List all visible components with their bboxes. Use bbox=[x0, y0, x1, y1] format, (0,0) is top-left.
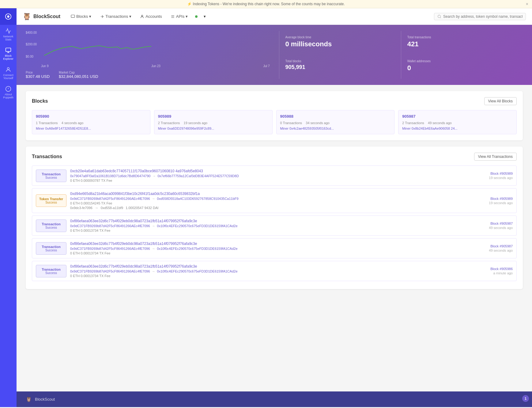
nav-blocks-label: Blocks bbox=[76, 14, 88, 19]
banner-close[interactable]: × bbox=[526, 2, 528, 6]
price-label: Price bbox=[26, 71, 50, 74]
stat-wallet-value: 0 bbox=[407, 64, 517, 72]
block-age-1: 19 seconds ago bbox=[184, 121, 208, 125]
tx-hash-4[interactable]: 0xf86efaea063ee32d6c77b4f029eb0dc98a0723… bbox=[70, 264, 475, 269]
block-miner-addr-0[interactable]: 0xA8e8F14732658E4D51E8... bbox=[45, 127, 91, 130]
chart-x-jul7: Jul 7 bbox=[263, 64, 270, 68]
tx-age-4: a minute ago bbox=[479, 271, 513, 275]
nav-apis-label: APIs bbox=[176, 14, 184, 19]
view-all-blocks-button[interactable]: View All Blocks bbox=[484, 97, 517, 105]
market-cap-box: Market Cap $32,844,080,051 USD bbox=[59, 71, 98, 79]
block-miner-addr-1[interactable]: 0xa6DD29748096e959F2c89... bbox=[167, 127, 214, 130]
tx-type-0: Transaction bbox=[39, 172, 63, 176]
nav-blocks-chevron: ▾ bbox=[89, 14, 91, 19]
tx-to-1[interactable]: 0xd558D5518a4C103D6592767858C910435Ca11b… bbox=[157, 197, 239, 200]
tx-to-3[interactable]: 0x10f0c4EFEc290570c675eFD3D1DE6159fA1CAd… bbox=[157, 247, 238, 250]
tx-fee-3: 0 ETH 0.00013734 TX Fee bbox=[70, 251, 475, 255]
banner-text: ⚡ Indexing Tokens - We're indexing this … bbox=[187, 2, 345, 6]
price-box: Price $307.48 USD bbox=[26, 71, 50, 79]
tx-token-row-1: 0x9dc3-fe7096 → 0xd558-a11bf9 1.00020547… bbox=[70, 206, 475, 210]
stat-total-tx-label: Total transactions bbox=[407, 36, 517, 39]
block-number-0[interactable]: 905990 bbox=[36, 114, 146, 119]
tx-block-num-3[interactable]: Block #905987 bbox=[479, 244, 513, 248]
blockscout-icon: 🦉 bbox=[23, 13, 31, 21]
tx-token-to-1[interactable]: 0xd558-a11bf9 bbox=[101, 206, 123, 210]
footer: 🦉 BlockScout bbox=[17, 391, 532, 407]
sidebar-item-about[interactable]: About Puppeth bbox=[0, 83, 17, 102]
tx-fee-2: 0 ETH 0.00013734 TX Fee bbox=[70, 229, 475, 232]
tx-block-2: Block #905987 49 seconds ago bbox=[479, 222, 513, 230]
tx-to-2[interactable]: 0x10f0c4EFEc290570c675eFD3D1DE6159fA1CAd… bbox=[157, 224, 238, 228]
tx-hash-3[interactable]: 0xf86efaea063ee32d6c77b4f029eb0dc98a0723… bbox=[70, 242, 475, 246]
notification-badge[interactable]: 1 bbox=[522, 395, 529, 402]
block-miner-addr-3[interactable]: 0x8b24Eb4E6aAe906058 24... bbox=[412, 127, 458, 130]
tx-arrow-1: → bbox=[152, 197, 155, 200]
tx-status-box-3: Transaction Success bbox=[36, 242, 66, 255]
table-row: Token Transfer Success 0xd94e665d8a21b46… bbox=[32, 188, 517, 213]
block-number-1[interactable]: 905989 bbox=[158, 114, 269, 119]
chart-y-label-0: $0.00 bbox=[26, 55, 33, 58]
block-number-3[interactable]: 905987 bbox=[402, 114, 513, 119]
search-bar[interactable] bbox=[434, 13, 526, 20]
hero-section: $400.00 $200.00 $0.00 Jun 9 Jun 23 Jul 7… bbox=[17, 25, 532, 85]
sidebar-item-block-explorer-label: Block Explorer bbox=[1, 54, 15, 60]
tx-hash-0[interactable]: 0xcb20e4a6a61dab63edc8c774057111f170a0bc… bbox=[70, 169, 475, 173]
sidebar-logo[interactable] bbox=[0, 8, 17, 25]
nav-transactions[interactable]: Transactions ▾ bbox=[99, 14, 133, 19]
tx-to-4[interactable]: 0x10f0c4EFEc290570c675eFD3D1DE6159fA1CAd… bbox=[157, 269, 238, 273]
tx-from-2[interactable]: 0x9dC371FB9269b87d42F5cF86491266AEc4fE70… bbox=[70, 224, 150, 228]
tx-from-4[interactable]: 0x9dC371FB9269b87d42F5cF86491266AEc4fE70… bbox=[70, 269, 150, 273]
sidebar-item-block-explorer[interactable]: Block Explorer bbox=[0, 44, 17, 63]
stat-total-blocks-label: Total blocks bbox=[285, 59, 395, 63]
tx-fee-0: 0 ETH 0.000093787 TX Fee bbox=[70, 179, 475, 182]
tx-token-from-1[interactable]: 0x9dc3-fe7096 bbox=[70, 206, 92, 210]
sidebar-item-connect[interactable]: Connect Yourself bbox=[0, 63, 17, 83]
footer-brand-name: BlockScout bbox=[35, 397, 55, 402]
tx-hash-2[interactable]: 0xf86efaea063ee32d6c77b4f029eb0dc98a0723… bbox=[70, 219, 475, 223]
tx-addrs-4: 0x9dC371FB9269b87d42F5cF86491266AEc4fE70… bbox=[70, 269, 475, 273]
tx-block-0: Block #905989 19 seconds ago bbox=[479, 172, 513, 180]
nav-apis[interactable]: APIs ▾ bbox=[169, 14, 189, 19]
transactions-section-header: Transactions View All Transactions bbox=[32, 153, 517, 161]
nav-dropdown-extra[interactable]: ▾ bbox=[204, 14, 206, 19]
tx-to-0[interactable]: 0x7ef66b77759a12Caf3dDB3E4AFF524E577C59D… bbox=[157, 174, 239, 178]
tx-arrow-3: → bbox=[152, 247, 155, 250]
tx-block-1: Block #905989 19 seconds ago bbox=[479, 197, 513, 205]
tx-block-num-4[interactable]: Block #905986 bbox=[479, 267, 513, 271]
block-number-2[interactable]: 905988 bbox=[280, 114, 391, 119]
block-age-0: 4 seconds ago bbox=[62, 121, 84, 125]
tx-status-4: Success bbox=[39, 271, 63, 275]
tx-status-box-0: Transaction Success bbox=[36, 170, 66, 182]
nav-blocks[interactable]: Blocks ▾ bbox=[70, 14, 92, 19]
tx-block-num-2[interactable]: Block #905987 bbox=[479, 222, 513, 225]
search-input[interactable] bbox=[443, 14, 523, 19]
stat-avg-block-label: Average block time bbox=[285, 36, 395, 39]
block-miner-0: Miner 0xA8e8F14732658E4D51E8... bbox=[36, 127, 146, 130]
nav-accounts[interactable]: Accounts bbox=[139, 14, 163, 19]
block-tx-count-0: 1 Transactions bbox=[36, 121, 58, 125]
tx-from-3[interactable]: 0x9dC371FB9269b87d42F5cF86491266AEc4fE70… bbox=[70, 247, 150, 250]
view-all-transactions-button[interactable]: View All Transactions bbox=[474, 153, 517, 161]
tx-from-1[interactable]: 0x9dC371FB9269b87d42F5cF86491266AEc4fE70… bbox=[70, 197, 150, 200]
block-meta-0: 1 Transactions 4 seconds ago bbox=[36, 121, 146, 125]
block-age-3: 49 seconds ago bbox=[428, 121, 452, 125]
chart-x-jun9: Jun 9 bbox=[41, 64, 48, 68]
block-tx-count-3: 2 Transactions bbox=[402, 121, 424, 125]
tx-status-box-2: Transaction Success bbox=[36, 219, 66, 232]
tx-age-3: 49 seconds ago bbox=[479, 249, 513, 252]
footer-logo-icon: 🦉 bbox=[26, 396, 32, 402]
header-logo: 🦉 BlockScout bbox=[23, 13, 60, 21]
tx-details-3: 0xf86efaea063ee32d6c77b4f029eb0dc98a0723… bbox=[70, 242, 475, 255]
svg-rect-2 bbox=[6, 48, 11, 52]
block-miner-addr-2[interactable]: 0x4c2ae482593505f0163cd... bbox=[289, 127, 334, 130]
tx-hash-1[interactable]: 0xd94e665d8a21b46aca0099841f3be10c26f41f… bbox=[70, 192, 475, 196]
sidebar-item-network-stats[interactable]: Network Stats bbox=[0, 25, 17, 44]
tx-block-num-1[interactable]: Block #905989 bbox=[479, 197, 513, 200]
stat-total-tx-value: 421 bbox=[407, 40, 517, 48]
block-age-2: 34 seconds ago bbox=[306, 121, 330, 125]
block-card-0: 905990 1 Transactions 4 seconds ago Mine… bbox=[32, 110, 150, 134]
tx-addrs-2: 0x9dC371FB9269b87d42F5cF86491266AEc4fE70… bbox=[70, 224, 475, 228]
tx-block-num-0[interactable]: Block #905989 bbox=[479, 172, 513, 175]
sidebar: Network Stats Block Explorer Connect You… bbox=[0, 8, 17, 407]
tx-from-0[interactable]: 0x79047a8Ff3af2a1061B108D71d6dc7Bd8D6474… bbox=[70, 174, 150, 178]
